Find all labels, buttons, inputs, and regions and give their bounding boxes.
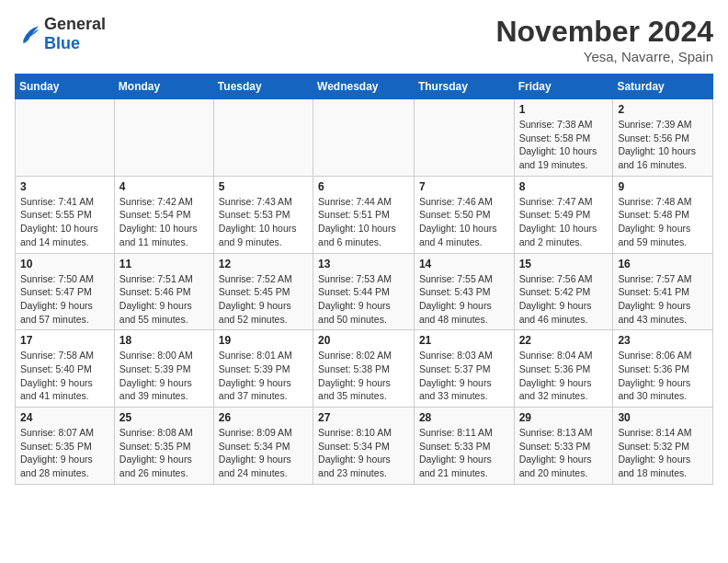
- day-number: 29: [519, 411, 609, 424]
- weekday-header-cell: Wednesday: [313, 75, 415, 99]
- weekday-header-row: SundayMondayTuesdayWednesdayThursdayFrid…: [16, 75, 713, 99]
- day-number: 25: [119, 411, 209, 424]
- calendar-day-cell: 26Sunrise: 8:09 AM Sunset: 5:34 PM Dayli…: [213, 408, 313, 485]
- calendar-week-row: 10Sunrise: 7:50 AM Sunset: 5:47 PM Dayli…: [16, 253, 713, 330]
- calendar-day-cell: 22Sunrise: 8:04 AM Sunset: 5:36 PM Dayli…: [514, 330, 613, 408]
- day-info: Sunrise: 8:04 AM Sunset: 5:36 PM Dayligh…: [519, 349, 609, 403]
- day-number: 23: [618, 334, 708, 347]
- day-number: 17: [20, 334, 109, 347]
- calendar-day-cell: 15Sunrise: 7:56 AM Sunset: 5:42 PM Dayli…: [514, 253, 613, 330]
- title-block: November 2024 Yesa, Navarre, Spain: [495, 15, 713, 64]
- day-info: Sunrise: 7:55 AM Sunset: 5:43 PM Dayligh…: [419, 272, 509, 327]
- weekday-header-cell: Saturday: [613, 75, 713, 99]
- weekday-header-cell: Friday: [514, 75, 613, 99]
- calendar-day-cell: [16, 99, 115, 177]
- day-info: Sunrise: 7:52 AM Sunset: 5:45 PM Dayligh…: [219, 272, 308, 327]
- day-number: 30: [618, 411, 708, 424]
- day-info: Sunrise: 8:10 AM Sunset: 5:34 PM Dayligh…: [318, 426, 409, 480]
- calendar-day-cell: 13Sunrise: 7:53 AM Sunset: 5:44 PM Dayli…: [313, 253, 415, 330]
- day-number: 12: [219, 258, 308, 270]
- calendar-day-cell: 7Sunrise: 7:46 AM Sunset: 5:50 PM Daylig…: [414, 176, 514, 253]
- logo: General Blue: [15, 15, 106, 53]
- day-info: Sunrise: 7:48 AM Sunset: 5:48 PM Dayligh…: [618, 195, 708, 249]
- calendar-day-cell: 18Sunrise: 8:00 AM Sunset: 5:39 PM Dayli…: [114, 330, 213, 408]
- day-number: 19: [219, 334, 308, 347]
- day-number: 4: [119, 180, 209, 193]
- day-info: Sunrise: 8:03 AM Sunset: 5:37 PM Dayligh…: [419, 349, 509, 403]
- day-number: 27: [318, 411, 409, 424]
- day-info: Sunrise: 7:44 AM Sunset: 5:51 PM Dayligh…: [318, 195, 409, 249]
- day-info: Sunrise: 7:47 AM Sunset: 5:49 PM Dayligh…: [519, 195, 609, 249]
- day-number: 18: [119, 334, 209, 347]
- calendar-day-cell: 23Sunrise: 8:06 AM Sunset: 5:36 PM Dayli…: [613, 330, 713, 408]
- day-number: 1: [519, 103, 609, 116]
- calendar-body: 1Sunrise: 7:38 AM Sunset: 5:58 PM Daylig…: [16, 99, 713, 485]
- day-info: Sunrise: 8:08 AM Sunset: 5:35 PM Dayligh…: [119, 426, 209, 480]
- calendar-week-row: 3Sunrise: 7:41 AM Sunset: 5:55 PM Daylig…: [16, 176, 713, 253]
- day-info: Sunrise: 8:00 AM Sunset: 5:39 PM Dayligh…: [119, 349, 209, 403]
- calendar-day-cell: 27Sunrise: 8:10 AM Sunset: 5:34 PM Dayli…: [313, 408, 415, 485]
- day-info: Sunrise: 7:51 AM Sunset: 5:46 PM Dayligh…: [119, 272, 209, 327]
- calendar-day-cell: [313, 99, 415, 177]
- day-info: Sunrise: 8:06 AM Sunset: 5:36 PM Dayligh…: [618, 349, 708, 403]
- calendar-day-cell: 3Sunrise: 7:41 AM Sunset: 5:55 PM Daylig…: [16, 176, 115, 253]
- day-number: 6: [318, 180, 409, 193]
- calendar-day-cell: 12Sunrise: 7:52 AM Sunset: 5:45 PM Dayli…: [213, 253, 313, 330]
- day-info: Sunrise: 7:56 AM Sunset: 5:42 PM Dayligh…: [519, 272, 609, 327]
- calendar-table: SundayMondayTuesdayWednesdayThursdayFrid…: [15, 74, 713, 485]
- calendar-day-cell: [414, 99, 514, 177]
- day-info: Sunrise: 8:01 AM Sunset: 5:39 PM Dayligh…: [219, 349, 308, 403]
- calendar-day-cell: 21Sunrise: 8:03 AM Sunset: 5:37 PM Dayli…: [414, 330, 514, 408]
- day-number: 11: [119, 258, 209, 270]
- day-number: 21: [419, 334, 509, 347]
- day-number: 22: [519, 334, 609, 347]
- calendar-day-cell: 1Sunrise: 7:38 AM Sunset: 5:58 PM Daylig…: [514, 99, 613, 177]
- calendar-day-cell: 28Sunrise: 8:11 AM Sunset: 5:33 PM Dayli…: [414, 408, 514, 485]
- calendar-day-cell: 11Sunrise: 7:51 AM Sunset: 5:46 PM Dayli…: [114, 253, 213, 330]
- weekday-header-cell: Monday: [114, 75, 213, 99]
- day-number: 2: [618, 103, 708, 116]
- day-number: 28: [419, 411, 509, 424]
- day-number: 15: [519, 258, 609, 270]
- day-info: Sunrise: 8:09 AM Sunset: 5:34 PM Dayligh…: [219, 426, 308, 480]
- calendar-day-cell: 29Sunrise: 8:13 AM Sunset: 5:33 PM Dayli…: [514, 408, 613, 485]
- day-number: 26: [219, 411, 308, 424]
- calendar-week-row: 17Sunrise: 7:58 AM Sunset: 5:40 PM Dayli…: [16, 330, 713, 408]
- day-number: 3: [20, 180, 109, 193]
- weekday-header-cell: Sunday: [16, 75, 115, 99]
- day-number: 7: [419, 180, 509, 193]
- calendar-day-cell: 25Sunrise: 8:08 AM Sunset: 5:35 PM Dayli…: [114, 408, 213, 485]
- day-number: 8: [519, 180, 609, 193]
- calendar-week-row: 1Sunrise: 7:38 AM Sunset: 5:58 PM Daylig…: [16, 99, 713, 177]
- calendar-day-cell: 19Sunrise: 8:01 AM Sunset: 5:39 PM Dayli…: [213, 330, 313, 408]
- calendar-day-cell: [213, 99, 313, 177]
- calendar-day-cell: 17Sunrise: 7:58 AM Sunset: 5:40 PM Dayli…: [16, 330, 115, 408]
- day-info: Sunrise: 7:43 AM Sunset: 5:53 PM Dayligh…: [219, 195, 308, 249]
- calendar-day-cell: 6Sunrise: 7:44 AM Sunset: 5:51 PM Daylig…: [313, 176, 415, 253]
- day-number: 13: [318, 258, 409, 270]
- calendar-day-cell: 16Sunrise: 7:57 AM Sunset: 5:41 PM Dayli…: [613, 253, 713, 330]
- day-number: 9: [618, 180, 708, 193]
- calendar-day-cell: 30Sunrise: 8:14 AM Sunset: 5:32 PM Dayli…: [613, 408, 713, 485]
- day-number: 5: [219, 180, 308, 193]
- calendar-day-cell: 5Sunrise: 7:43 AM Sunset: 5:53 PM Daylig…: [213, 176, 313, 253]
- weekday-header-cell: Tuesday: [213, 75, 313, 99]
- day-number: 10: [20, 258, 109, 270]
- day-info: Sunrise: 7:46 AM Sunset: 5:50 PM Dayligh…: [419, 195, 509, 249]
- calendar-week-row: 24Sunrise: 8:07 AM Sunset: 5:35 PM Dayli…: [16, 408, 713, 485]
- month-title: November 2024: [495, 15, 713, 49]
- day-info: Sunrise: 8:07 AM Sunset: 5:35 PM Dayligh…: [20, 426, 109, 480]
- header: General Blue November 2024 Yesa, Navarre…: [15, 15, 713, 64]
- day-info: Sunrise: 7:39 AM Sunset: 5:56 PM Dayligh…: [618, 118, 708, 172]
- day-info: Sunrise: 7:53 AM Sunset: 5:44 PM Dayligh…: [318, 272, 409, 327]
- logo-general: General: [44, 15, 106, 33]
- day-info: Sunrise: 7:42 AM Sunset: 5:54 PM Dayligh…: [119, 195, 209, 249]
- day-number: 20: [318, 334, 409, 347]
- calendar-day-cell: 9Sunrise: 7:48 AM Sunset: 5:48 PM Daylig…: [613, 176, 713, 253]
- day-info: Sunrise: 7:41 AM Sunset: 5:55 PM Dayligh…: [20, 195, 109, 249]
- day-number: 16: [618, 258, 708, 270]
- location-subtitle: Yesa, Navarre, Spain: [495, 49, 713, 64]
- calendar-day-cell: 8Sunrise: 7:47 AM Sunset: 5:49 PM Daylig…: [514, 176, 613, 253]
- day-info: Sunrise: 7:38 AM Sunset: 5:58 PM Dayligh…: [519, 118, 609, 172]
- logo-icon: [15, 21, 40, 47]
